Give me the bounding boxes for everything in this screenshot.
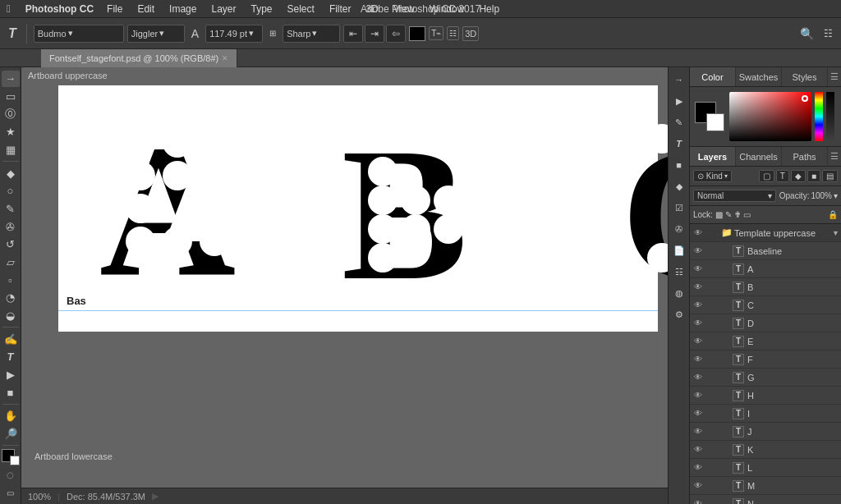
history-brush-tool[interactable]: ↺ (2, 236, 20, 253)
zoom-tool[interactable]: 🔎 (2, 425, 20, 442)
foreground-background-colors[interactable] (2, 449, 20, 465)
marquee-tool[interactable]: ▭ (2, 89, 20, 105)
rt-settings-button[interactable]: ⚙ (670, 305, 688, 323)
layer-item[interactable]: 👁 T J (690, 423, 841, 441)
channels-tab[interactable]: Channels (736, 147, 782, 166)
layer-item[interactable]: 👁 T M (690, 477, 841, 495)
opacity-control[interactable]: Opacity: 100% ▾ (779, 191, 838, 200)
blend-mode-selector[interactable]: Normal ▾ (693, 190, 776, 202)
tool-text[interactable]: T (5, 25, 20, 43)
layer-item[interactable]: 👁 T L (690, 459, 841, 477)
background-color[interactable] (10, 456, 20, 465)
quick-mask-tool[interactable]: ◌ (2, 467, 20, 483)
layer-item[interactable]: 👁 T F (690, 351, 841, 369)
hue-slider[interactable] (815, 92, 823, 141)
layer-visibility-eye[interactable]: 👁 (692, 461, 705, 474)
canvas-wrapper[interactable]: Artboard uppercase A (21, 67, 668, 488)
dodge-tool[interactable]: ◒ (2, 308, 20, 324)
layer-item[interactable]: 👁 T D (690, 314, 841, 332)
app-name[interactable]: Photoshop CC (25, 3, 94, 15)
eraser-tool[interactable]: ▱ (2, 254, 20, 271)
fg-bg-swatches[interactable] (695, 102, 724, 131)
pen-tool[interactable]: ✍ (2, 331, 20, 347)
tab-close-button[interactable]: ✕ (222, 54, 228, 62)
menu-select[interactable]: Select (286, 3, 316, 15)
layer-icon-1[interactable]: ▢ (759, 170, 774, 182)
lasso-tool[interactable]: ⓪ (2, 106, 20, 122)
shape-tool[interactable]: ■ (2, 384, 20, 401)
layer-visibility-eye[interactable]: 👁 (692, 263, 705, 276)
path-select-tool[interactable]: ▶ (2, 367, 20, 383)
font-style-selector[interactable]: Jiggler ▾ (127, 25, 185, 43)
rt-adjust-button[interactable]: ◆ (670, 177, 688, 195)
rt-move-tool[interactable]: → (670, 71, 688, 89)
align-center-button[interactable]: ⇥ (365, 25, 384, 43)
warp-text-button[interactable]: T⌁ (429, 26, 443, 40)
layer-visibility-eye[interactable]: 👁 (692, 479, 705, 493)
alpha-slider[interactable] (826, 92, 834, 141)
font-size-selector[interactable]: 117.49 pt ▾ (205, 25, 263, 43)
font-name-selector[interactable]: Budmo ▾ (34, 25, 124, 43)
layer-visibility-eye[interactable]: 👁 (692, 335, 705, 348)
active-tab[interactable]: Fontself_stagefont.psd @ 100% (RGB/8#) ✕ (41, 49, 237, 67)
layer-visibility-eye[interactable]: 👁 (692, 245, 705, 258)
layer-visibility-eye[interactable]: 👁 (692, 371, 705, 384)
lock-position-icon[interactable]: ✟ (734, 210, 741, 219)
layer-icon-4[interactable]: ■ (807, 170, 820, 182)
layer-visibility-eye[interactable]: 👁 (692, 317, 705, 330)
layer-visibility-eye[interactable]: 👁 (692, 407, 705, 420)
layer-item[interactable]: 👁 📁 Template uppercase ▼ (690, 224, 841, 242)
paths-tab[interactable]: Paths (782, 147, 828, 166)
rt-note-button[interactable]: 📄 (670, 241, 688, 259)
layer-item[interactable]: 👁 T Baseline (690, 242, 841, 260)
layer-icon-3[interactable]: ◆ (791, 170, 806, 182)
layer-item[interactable]: 👁 T N (690, 495, 841, 504)
eyedropper-tool[interactable]: ◆ (2, 165, 20, 181)
character-panel-button[interactable]: ☷ (447, 26, 459, 40)
align-right-button[interactable]: ⇦ (386, 25, 406, 43)
text-color-swatch[interactable] (409, 26, 425, 41)
menu-type[interactable]: Type (250, 3, 274, 15)
lock-all-icon[interactable]: 🔒 (828, 210, 838, 219)
quick-select-tool[interactable]: ★ (2, 124, 20, 140)
anti-alias-selector[interactable]: Sharp ▾ (283, 25, 340, 43)
layer-item[interactable]: 👁 T C (690, 296, 841, 314)
rt-3d-sphere-button[interactable]: ◍ (670, 284, 688, 302)
rt-clone-button[interactable]: ✇ (670, 220, 688, 238)
layer-visibility-eye[interactable]: 👁 (692, 299, 705, 312)
layer-visibility-eye[interactable]: 👁 (692, 425, 705, 438)
layer-visibility-eye[interactable]: 👁 (692, 281, 705, 294)
color-gradient[interactable] (729, 92, 811, 141)
gradient-tool[interactable]: ▫ (2, 272, 20, 288)
layer-item[interactable]: 👁 T I (690, 405, 841, 423)
layer-item[interactable]: 👁 T G (690, 369, 841, 387)
menu-file[interactable]: File (105, 3, 124, 15)
styles-tab[interactable]: Styles (782, 67, 828, 86)
menu-filter[interactable]: Filter (328, 3, 353, 15)
background-swatch[interactable] (706, 113, 724, 131)
rt-brush-button[interactable]: ✎ (670, 113, 688, 131)
layer-item[interactable]: 👁 T B (690, 278, 841, 296)
layer-visibility-eye[interactable]: 👁 (692, 353, 705, 366)
text-tool[interactable]: T (2, 349, 20, 365)
layer-icon-2[interactable]: T (776, 170, 789, 182)
rt-playback-button[interactable]: ▶ (670, 92, 688, 110)
move-tool[interactable]: → (2, 71, 20, 87)
layer-icon-5[interactable]: ▤ (822, 170, 838, 182)
spot-heal-tool[interactable]: ○ (2, 183, 20, 199)
layer-item[interactable]: 👁 T H (690, 387, 841, 405)
crop-tool[interactable]: ▦ (2, 142, 20, 158)
layers-tab[interactable]: Layers (690, 147, 736, 166)
3d-button[interactable]: 3D (462, 26, 479, 41)
menu-image[interactable]: Image (168, 3, 198, 15)
workspace-button[interactable]: ☷ (820, 26, 836, 41)
align-left-button[interactable]: ⇤ (343, 25, 363, 43)
search-button[interactable]: 🔍 (797, 25, 817, 42)
layer-visibility-eye[interactable]: 👁 (692, 227, 705, 240)
layer-item[interactable]: 👁 T A (690, 260, 841, 278)
blur-tool[interactable]: ◔ (2, 290, 20, 306)
menu-help[interactable]: Help (477, 3, 501, 15)
layer-kind-button[interactable]: ⊙ Kind ▾ (693, 170, 732, 182)
layer-item[interactable]: 👁 T E (690, 332, 841, 351)
brush-tool[interactable]: ✎ (2, 201, 20, 218)
